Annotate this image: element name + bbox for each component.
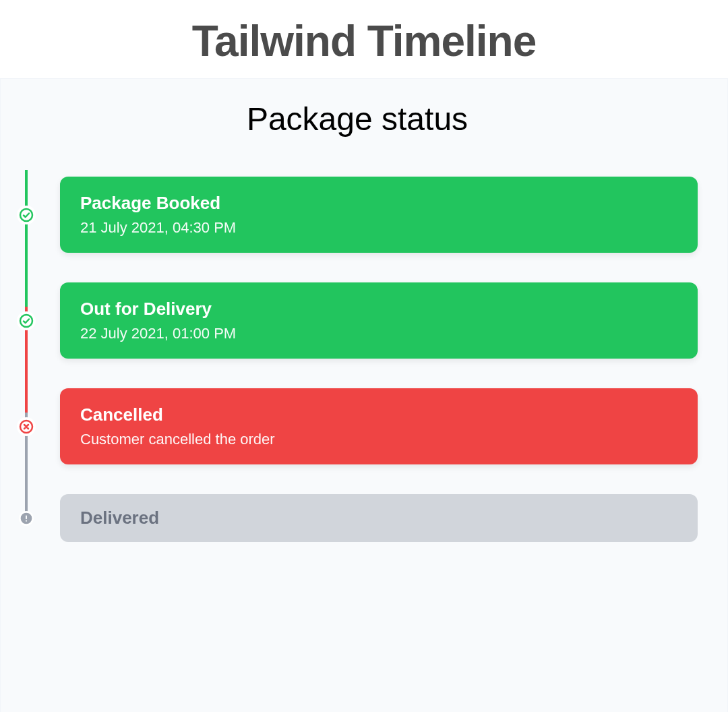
check-circle-icon (17, 311, 36, 330)
alert-circle-icon (19, 511, 34, 526)
page-header: Tailwind Timeline (0, 0, 728, 78)
timeline-card: Cancelled Customer cancelled the order (60, 388, 698, 464)
timeline-card: Package Booked 21 July 2021, 04:30 PM (60, 177, 698, 253)
timeline-card: Delivered (60, 494, 698, 542)
timeline-card-title: Delivered (80, 508, 677, 528)
svg-point-5 (26, 520, 27, 521)
timeline-item: Delivered (17, 494, 698, 542)
timeline-card-subtitle: 21 July 2021, 04:30 PM (80, 219, 677, 237)
timeline-rail (17, 177, 60, 253)
check-circle-icon (17, 206, 36, 224)
timeline-card: Out for Delivery 22 July 2021, 01:00 PM (60, 282, 698, 359)
panel-title: Package status (17, 100, 698, 138)
timeline-rail (17, 494, 60, 542)
timeline-card-subtitle: Customer cancelled the order (80, 431, 677, 448)
timeline-item: Package Booked 21 July 2021, 04:30 PM (17, 177, 698, 253)
timeline: Package Booked 21 July 2021, 04:30 PM Ou… (17, 170, 698, 542)
timeline-card-title: Cancelled (80, 404, 677, 425)
timeline-card-title: Out for Delivery (80, 299, 677, 320)
timeline-rail (17, 388, 60, 464)
timeline-card-title: Package Booked (80, 193, 677, 214)
timeline-rail (17, 282, 60, 359)
page-title: Tailwind Timeline (0, 16, 728, 66)
svg-rect-4 (26, 515, 27, 519)
timeline-panel: Package status Package Booked 21 July 20… (0, 78, 728, 712)
timeline-item: Out for Delivery 22 July 2021, 01:00 PM (17, 282, 698, 359)
x-circle-icon (17, 417, 36, 436)
timeline-item: Cancelled Customer cancelled the order (17, 388, 698, 464)
timeline-card-subtitle: 22 July 2021, 01:00 PM (80, 325, 677, 342)
